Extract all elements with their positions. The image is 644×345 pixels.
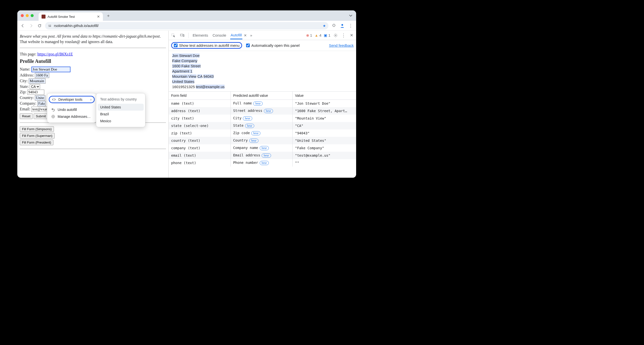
window-controls <box>21 14 34 17</box>
table-row[interactable]: phone (text)Phone numberheur"" <box>169 159 356 167</box>
name-input[interactable] <box>32 67 70 72</box>
zip-label: Zip: <box>20 90 28 94</box>
country-input[interactable] <box>35 95 45 101</box>
svg-rect-8 <box>180 34 183 36</box>
info-badge[interactable]: ▣ 1 <box>324 33 330 38</box>
show-test-addresses-checkbox[interactable] <box>174 44 178 47</box>
cell-field: email (text) <box>169 152 230 159</box>
fill-president-button[interactable]: Fill Form (President) <box>20 140 54 145</box>
profile-button[interactable] <box>339 23 345 29</box>
svg-rect-3 <box>48 26 51 27</box>
close-panel-icon[interactable]: ✕ <box>244 34 247 37</box>
show-test-addresses-toggle[interactable]: Show test addresses in autofill menu <box>171 42 242 49</box>
chrome-icon <box>51 115 55 119</box>
addr-phone: 16019521325 <box>172 85 195 89</box>
cell-pred: Phone numberheur <box>230 159 292 167</box>
auto-open-toggle[interactable]: Automatically open this panel <box>246 43 300 48</box>
table-row[interactable]: zip (text)Zip codeheur"94043" <box>169 129 356 137</box>
cell-field: country (text) <box>169 137 230 144</box>
addr-state: CA <box>197 74 202 79</box>
this-page-link[interactable]: https://goo.gl/B6Xs1E <box>37 52 73 56</box>
city-input[interactable] <box>29 79 46 84</box>
zip-input[interactable] <box>28 90 44 95</box>
company-label: Company: <box>20 101 37 105</box>
reset-button[interactable]: Reset <box>20 113 33 119</box>
cell-value: "Fake Company" <box>292 144 356 152</box>
error-badge[interactable]: ⊗ 1 <box>306 33 312 37</box>
cell-field: company (text) <box>169 144 230 152</box>
back-button[interactable] <box>20 23 26 29</box>
cell-field: city (text) <box>169 115 230 122</box>
warning-badge[interactable]: ▲ 4 <box>314 33 321 37</box>
address-input[interactable] <box>35 73 49 78</box>
submenu-header: Test address by country <box>98 96 144 103</box>
window-minimize-button[interactable] <box>26 14 29 17</box>
addr-zip: 94043 <box>203 74 214 79</box>
this-page-line: This page: https://goo.gl/B6Xs1E <box>20 52 166 57</box>
auto-open-checkbox[interactable] <box>246 44 250 47</box>
devtools-tabbar: Elements Console Autofill ✕ » ⊗ 1 ▲ 4 ▣ … <box>169 31 356 40</box>
table-row[interactable]: name (text)Full nameheur"Jon Stewart Doe… <box>169 100 356 107</box>
manage-addresses-label: Manage Addresses… <box>58 115 91 119</box>
country-option-us[interactable]: United States <box>98 104 144 111</box>
country-option-mexico[interactable]: Mexico <box>98 118 144 125</box>
tab-close-icon[interactable]: ✕ <box>97 15 100 19</box>
email-label: Email: <box>20 107 32 111</box>
extensions-button[interactable] <box>331 23 337 29</box>
tab-search-button[interactable] <box>347 12 354 19</box>
reload-button[interactable] <box>36 23 42 29</box>
table-row[interactable]: state (select-one)Stateheur"CA" <box>169 122 356 129</box>
address-bar[interactable]: rsolomakhin.github.io/autofill/ ★ <box>45 22 328 30</box>
menu-button[interactable]: ⋮ <box>348 23 354 29</box>
table-row[interactable]: address (text)Street addressheur"1600 Fa… <box>169 107 356 115</box>
country-option-brazil[interactable]: Brazil <box>98 111 144 118</box>
address-label: Address: <box>20 73 35 77</box>
cell-value: "test@example.us" <box>292 152 356 159</box>
autofill-toolbar: Show test addresses in autofill menu Aut… <box>169 40 356 51</box>
devtools-menu-icon[interactable]: ⋮ <box>341 33 346 38</box>
addr-street: 1600 Fake Street <box>172 64 200 68</box>
inspect-element-icon[interactable] <box>171 33 176 38</box>
autofill-tab[interactable]: Autofill <box>230 32 242 39</box>
col-value[interactable]: Value <box>292 92 356 100</box>
table-row[interactable]: email (text)Email addressheur"test@examp… <box>169 152 356 159</box>
col-predicted[interactable]: Predicted autofill value <box>230 92 292 100</box>
submit-button[interactable]: Submit <box>34 113 48 119</box>
more-tabs-icon[interactable]: » <box>250 33 252 37</box>
url-text: rsolomakhin.github.io/autofill/ <box>54 24 99 28</box>
table-row[interactable]: company (text)Company nameheur"Fake Comp… <box>169 144 356 152</box>
forward-button[interactable] <box>28 23 34 29</box>
table-row[interactable]: city (text)Cityheur"Mountain View" <box>169 115 356 122</box>
browser-tab[interactable]: Autofill Smoke Test ✕ <box>38 12 103 21</box>
site-info-icon[interactable] <box>48 24 52 28</box>
window-maximize-button[interactable] <box>31 14 34 17</box>
developer-tools-item[interactable]: Developer tools › <box>49 96 95 103</box>
send-feedback-link[interactable]: Send feedback <box>329 43 354 48</box>
test-address-submenu: Test address by country United States Br… <box>96 93 146 127</box>
devtools-close-icon[interactable]: ✕ <box>349 33 354 38</box>
fill-superman-button[interactable]: Fill Form (Superman) <box>20 133 55 139</box>
settings-gear-icon[interactable] <box>333 33 338 38</box>
table-row[interactable]: country (text)Countryheur"United States" <box>169 137 356 144</box>
cell-value: "" <box>292 159 356 167</box>
new-tab-button[interactable]: ＋ <box>105 12 112 19</box>
cell-value: "United States" <box>292 137 356 144</box>
col-form-field[interactable]: Form field <box>169 92 230 100</box>
addr-country: United States <box>172 80 194 84</box>
elements-tab[interactable]: Elements <box>192 32 209 39</box>
device-toolbar-icon[interactable] <box>180 33 185 38</box>
code-icon <box>52 98 56 102</box>
state-select[interactable]: CA <box>30 84 40 89</box>
cell-pred: Zip codeheur <box>230 129 292 137</box>
addr-company: Fake Company <box>172 59 197 63</box>
cell-pred: Stateheur <box>230 122 292 129</box>
bookmark-star-icon[interactable]: ★ <box>323 24 326 28</box>
undo-autofill-item[interactable]: Undo autofill <box>49 106 95 113</box>
manage-addresses-item[interactable]: Manage Addresses… <box>49 113 95 120</box>
company-input[interactable] <box>37 101 46 106</box>
console-tab[interactable]: Console <box>212 32 227 39</box>
window-close-button[interactable] <box>21 14 24 17</box>
browser-window: Autofill Smoke Test ✕ ＋ rsolomakhin.gith… <box>17 11 356 178</box>
undo-icon <box>51 108 55 112</box>
svg-point-6 <box>52 116 54 117</box>
